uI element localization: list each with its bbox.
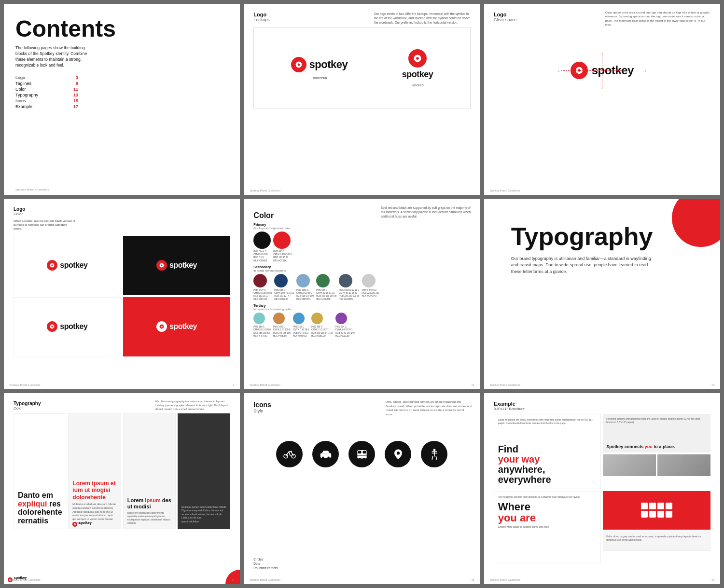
example-right-mini-grid: [603, 454, 710, 476]
logo-text-horizontal: spotkey: [309, 58, 348, 71]
slide2-footer-bar: Spotkey Brand Guidelines: [244, 189, 480, 192]
icon-bicycle: [276, 441, 303, 467]
swatch-t4: PMS 466 GCMYK 13 31 82 7RGB 200 150 141 …: [311, 313, 333, 338]
slide-example: Example 8.5"x11" Brochure Large headline…: [484, 393, 720, 584]
spotkey-icon-white2-bg: [47, 321, 57, 332]
swatch-s5-circle: [339, 274, 352, 287]
brand-guideline-grid: Contents The following pages show the bu…: [0, 0, 724, 588]
slide8-page-num: 15: [472, 578, 474, 581]
svg-point-20: [161, 326, 162, 328]
slide4-desc: When possible, use the red and black ver…: [14, 219, 76, 231]
logo-text-white-bg: spotkey: [60, 261, 87, 270]
icon-label-rounded: Rounded corners: [253, 566, 278, 570]
swatch-s1-info: PMS 7427 CCMYK 0 100 60 50RGB 102 21 27H…: [253, 289, 272, 301]
contents-row-color: Color11: [15, 87, 78, 92]
primary-sublabel: Our logo and signature hues: [253, 227, 470, 230]
example-photo-placeholder-2: [657, 454, 710, 476]
primary-label: Primary: [253, 223, 470, 226]
swatch-s4-info: PMS 354 CCMYK 60 16 91 10RGB 102 160 100…: [316, 289, 336, 301]
example-photo-1: [603, 454, 656, 476]
svg-point-5: [416, 57, 419, 60]
svg-point-36: [359, 458, 361, 460]
swatch-t2: PMS 1425 CCMYK 0 10 100 0RGB 245 145 105…: [273, 313, 291, 338]
contents-row-icons: Icons15: [15, 98, 78, 103]
spotkey-icon-black-bg: [156, 260, 167, 271]
swatch-t1: PMS 166 CCMYK 0 10 100 0RGB 255 150 52HE…: [253, 313, 271, 338]
contents-title: Contents: [15, 17, 228, 41]
svg-point-40: [433, 449, 436, 451]
clearspace-logo: → ← ↑ ↓ spotkey: [571, 62, 634, 79]
logo-stacked-label: Stacked: [411, 83, 423, 87]
logo-color-grid: spotkey spotkey: [14, 236, 230, 356]
svg-point-39: [397, 452, 400, 455]
logo-color-white: spotkey: [14, 236, 121, 295]
svg-rect-34: [358, 451, 361, 454]
typo-sample-3: Lorem ipsum des ut modisi: [127, 497, 171, 510]
spotkey-icon-stacked: [408, 49, 427, 68]
slide-contents: Contents The following pages show the bu…: [4, 4, 240, 195]
swatch-red: PMS 485 CCMYK 0 100 100 0RGB 160 35 41HE…: [273, 232, 292, 262]
typo-sample-2-ipsum: ipsum: [92, 480, 109, 487]
contents-table: Logo3 Taglines9 Color11 Typography13 Ico…: [15, 75, 228, 109]
slide5-page-num: 11: [472, 383, 474, 386]
svg-point-14: [161, 265, 162, 266]
swatch-s5-info: PMS Cool Gray 11 CCMYK 53 32 35 53RGB 22…: [339, 289, 359, 301]
swatch-circle-black: [253, 232, 271, 249]
icon-label-circles: Circles: [253, 558, 278, 561]
slide5-footer-bar: Spotkey Brand Guidelines 11: [244, 383, 480, 386]
swatch-s2: PMS 655 CCMYK 100 70 10 61RGB 100 127 47…: [274, 274, 294, 301]
spotkey-icon-horizontal: [291, 57, 306, 72]
example-red-box: [603, 491, 710, 530]
icon-bus: [348, 441, 375, 467]
swatch-info-black: PMS Black CCMYK 0 0 100RGB 0 0 0HEX #000…: [253, 250, 271, 262]
secondary-label: Secondary: [253, 265, 470, 269]
swatch-t1-circle: [253, 313, 265, 324]
slide1-footer: Spotkey Brand Guidelines: [15, 188, 49, 191]
typo-sample-3b: Danto em expliqui res dolorehente repera…: [127, 511, 171, 525]
swatch-t5-circle: [335, 313, 347, 324]
example-spotkey-box: Rounded corners with generous radii are …: [603, 414, 710, 452]
swatch-s1: PMS 7427 CCMYK 0 100 60 50RGB 102 21 27H…: [253, 274, 272, 301]
slide8-desc: Dots, circles, and rounded corners are u…: [386, 400, 473, 416]
typo-box2-logo: spotkey: [72, 520, 91, 525]
swatch-t2-circle: [273, 313, 285, 324]
example-photo-2: [657, 454, 710, 476]
swatch-s3-circle: [296, 274, 310, 287]
secondary-sublabel: In brand communications: [253, 269, 470, 272]
swatch-s1-circle: [253, 274, 267, 287]
slide-typography-color: Typography Color We often use typography…: [4, 393, 240, 584]
logo-color-white-2: spotkey: [14, 297, 121, 356]
swatch-t4-info: PMS 466 GCMYK 13 31 82 7RGB 200 150 141 …: [311, 326, 333, 338]
tertiary-sublabel: In reports or business graphs: [253, 308, 470, 311]
swatch-t5: PMS 254 CCMYK 64 78 70 7RGB 90 40 140 14…: [335, 313, 355, 338]
swatch-s4-circle: [316, 274, 330, 287]
logo-text-red-bg: spotkey: [169, 322, 197, 331]
svg-point-31: [322, 457, 324, 459]
svg-rect-35: [363, 451, 366, 454]
example-your-way: your way: [498, 454, 540, 465]
example-icon-3: [657, 503, 664, 509]
clearspace-guideline-h: [561, 70, 624, 71]
clearspace-arrow-right: →: [642, 68, 647, 73]
typo-box-2: Lorem ipsum et ium ut mogisi dolorehente…: [68, 413, 121, 529]
example-box-find: Large headlines are black, sometimes wit…: [494, 414, 601, 489]
swatch-black: PMS Black CCMYK 0 0 100RGB 0 0 0HEX #000…: [253, 232, 271, 262]
contents-description: The following pages show the building bl…: [15, 45, 90, 68]
example-desc-4: Employ white space to suggest clarity an…: [498, 525, 597, 529]
slide4-subtitle: Color: [14, 212, 230, 216]
typo-sample-2: Lorem ipsum et ium ut mogisi dolorehente: [72, 480, 116, 501]
clearspace-arrow-down: ↓: [601, 84, 603, 90]
contents-row-logo: Logo3: [15, 75, 78, 80]
slide9-page-num: 15: [711, 578, 714, 581]
typo-box-4: Natioque periam autem dolorhene cilfardo…: [178, 413, 230, 529]
example-you-text: you: [645, 444, 653, 449]
slide4-footer-bar: Spotkey Brand Guidelines 9: [4, 383, 240, 386]
example-icon-1: [641, 503, 648, 509]
example-box-where: Text headings and text that functions as…: [494, 491, 601, 564]
slide8-footer-brand: Spotkey Brand Guidelines: [250, 578, 280, 581]
logo-text-stacked: spotkey: [402, 69, 433, 80]
example-icon-5: [641, 511, 648, 518]
slide-logo-color: Logo Color When possible, use the red an…: [4, 199, 240, 390]
swatch-t3-circle: [293, 313, 305, 324]
slide5-desc: Bold red and black are supported by soft…: [381, 205, 473, 219]
